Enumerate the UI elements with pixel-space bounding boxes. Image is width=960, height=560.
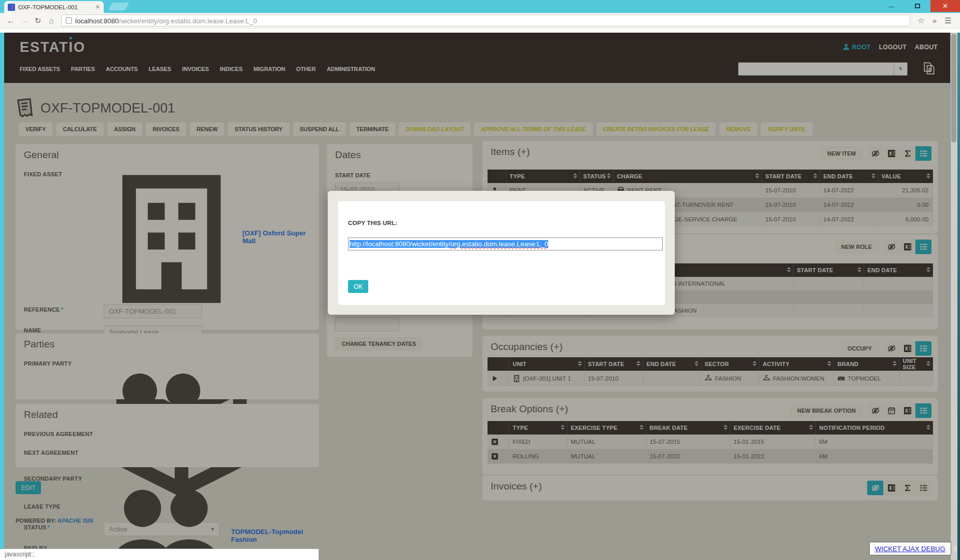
window-frame-right [957,13,960,560]
home-icon[interactable]: ⌂ [45,16,58,25]
bookmark-star-icon[interactable]: ☆ [914,16,928,25]
chrome-bottom-strip [0,29,960,33]
url-text-entity: org.estatio.dom.lease.Lease:L_0 [450,240,548,248]
copy-url-dialog: COPY THIS URL: http://localhost:8080/wic… [328,191,675,315]
copy-url-dialog-body: COPY THIS URL: http://localhost:8080/wic… [338,201,665,305]
url-path: /wicket/entity/org.estatio.dom.lease.Lea… [119,17,257,25]
window-close-button[interactable]: ✕ [930,0,960,12]
browser-tab[interactable]: J OXF-TOPMODEL-001 ✕ [4,1,104,13]
address-bar[interactable]: localhost:8080/wicket/entity/org.estatio… [61,15,910,26]
browser-status-bubble: javascript:; [0,549,319,560]
tab-close-icon[interactable]: ✕ [95,4,100,10]
vertical-scrollbar[interactable] [950,29,957,560]
browser-toolbar: ← → ↻ ⌂ localhost:8080/wicket/entity/org… [0,13,960,29]
overflow-chevron-icon[interactable]: » [928,16,941,25]
window-minimize-button[interactable]: — [879,0,905,12]
forward-icon[interactable]: → [18,16,31,25]
copy-url-input[interactable]: http://localhost:8080/wicket/entity/org.… [348,237,663,250]
window-maximize-button[interactable] [905,0,930,12]
debug-counter: 0 [953,545,957,553]
url-host: localhost:8080 [75,17,119,25]
favicon-icon: J [8,4,15,11]
screen: J OXF-TOPMODEL-001 ✕ — ✕ ← → ↻ ⌂ localho… [0,0,960,560]
page-icon [66,17,72,24]
browser-titlebar: J OXF-TOPMODEL-001 ✕ — ✕ [0,0,960,13]
back-icon[interactable]: ← [4,16,18,25]
url-text: http://localhost:8080/wicket/entity/ [350,240,450,248]
copy-url-heading: COPY THIS URL: [348,220,397,226]
window-frame-left [0,0,4,560]
reload-icon[interactable]: ↻ [31,16,45,25]
ok-button[interactable]: OK [348,280,368,293]
new-tab-button[interactable] [108,3,129,10]
tab-title: OXF-TOPMODEL-001 [18,4,92,10]
wicket-ajax-debug-link[interactable]: WICKET AJAX DEBUG [869,542,951,555]
menu-icon[interactable]: ☰ [941,16,955,25]
scrollbar-thumb[interactable] [951,34,956,143]
